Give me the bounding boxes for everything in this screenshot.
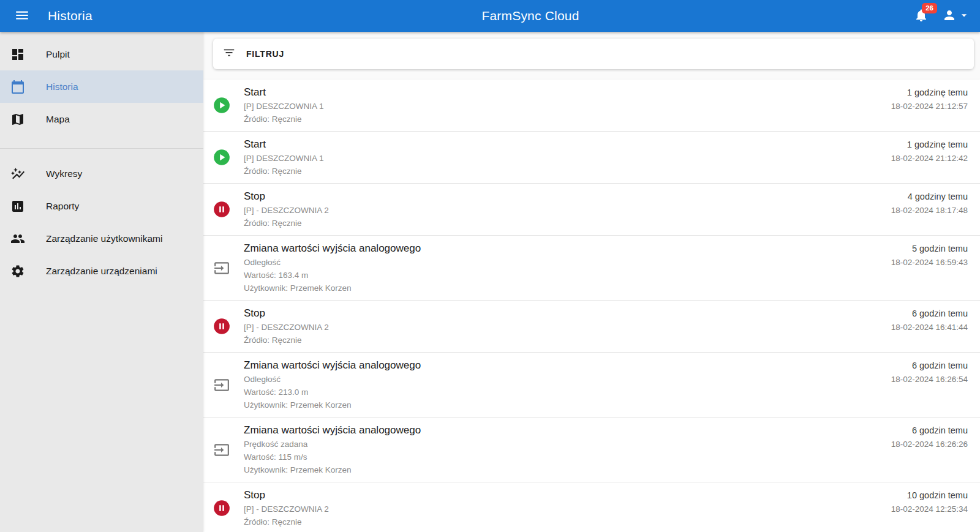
history-entry-start: Start [P] DESZCZOWNIA 1Źródło: Ręcznie 1… [203, 80, 980, 132]
entry-relative-time: 1 godzinę temu [891, 138, 968, 152]
menu-button[interactable] [10, 4, 34, 28]
pause-circle-icon [213, 201, 230, 218]
map-icon [10, 112, 25, 127]
entry-relative-time: 6 godzin temu [891, 307, 968, 321]
sidebar-item-label: Historia [46, 81, 78, 92]
sidebar-item-wykresy[interactable]: Wykresy [0, 157, 203, 190]
entry-detail: Źródło: Ręcznie [244, 217, 891, 230]
entry-detail: Odległość [244, 256, 891, 269]
entry-title: Stop [244, 189, 891, 204]
dashboard-icon [10, 47, 25, 62]
entry-detail: [P] - DESZCZOWNIA 2 [244, 321, 891, 334]
entry-timestamp: 18-02-2024 16:41:44 [891, 321, 968, 334]
entry-detail: Użytkownik: Przemek Korzen [244, 282, 891, 294]
entry-detail: Źródło: Ręcznie [244, 334, 891, 347]
sidebar-item-label: Zarządzanie użytkownikami [46, 233, 162, 244]
entry-timestamp: 18-02-2024 18:17:48 [891, 204, 968, 217]
input-icon [213, 260, 230, 276]
sidebar-item-zarz-dzanie-u-ytkownikami[interactable]: Zarządzanie użytkownikami [0, 222, 203, 255]
sidebar-item-zarz-dzanie-urz-dzeniami[interactable]: Zarządzanie urządzeniami [0, 255, 203, 287]
entry-title: Start [244, 137, 891, 152]
entry-timestamp: 18-02-2024 16:26:54 [891, 373, 968, 386]
sidebar-item-label: Zarządzanie urządzeniami [46, 266, 157, 277]
history-entry-analog-output: Zmiana wartości wyjścia analogowego Pręd… [203, 418, 980, 482]
entry-timestamp: 18-02-2024 16:59:43 [891, 256, 968, 269]
history-list: Start [P] DESZCZOWNIA 1Źródło: Ręcznie 1… [203, 80, 980, 532]
history-entry-start: Start [P] DESZCZOWNIA 1Źródło: Ręcznie 1… [203, 132, 980, 184]
page-title: Historia [48, 9, 92, 23]
entry-timestamp: 18-02-2024 21:12:42 [891, 152, 968, 165]
entry-title: Zmiana wartości wyjścia analogowego [244, 358, 891, 373]
entry-timestamp: 18-02-2024 16:26:26 [891, 438, 968, 451]
sidebar-item-raporty[interactable]: Raporty [0, 190, 203, 222]
sidebar-item-label: Raporty [46, 201, 79, 212]
pause-circle-icon [213, 318, 230, 335]
history-entry-analog-output: Zmiana wartości wyjścia analogowego Odle… [203, 236, 980, 301]
entry-relative-time: 6 godzin temu [891, 359, 968, 373]
entry-title: Stop [244, 488, 891, 503]
entry-relative-time: 6 godzin temu [891, 424, 968, 438]
entry-title: Zmiana wartości wyjścia analogowego [244, 241, 891, 256]
entry-relative-time: 5 godzin temu [891, 242, 968, 256]
entry-relative-time: 10 godzin temu [891, 489, 968, 503]
entry-title: Start [244, 85, 891, 100]
user-menu-button[interactable] [941, 4, 971, 28]
sidebar-item-pulpit[interactable]: Pulpit [0, 38, 203, 70]
entry-detail: Wartość: 213.0 m [244, 386, 891, 399]
history-entry-stop: Stop [P] - DESZCZOWNIA 2Źródło: Ręcznie … [203, 482, 980, 532]
sidebar-item-historia[interactable]: Historia [0, 70, 203, 103]
sidebar-item-label: Wykresy [46, 168, 82, 179]
filter-icon [222, 46, 236, 62]
input-icon [213, 442, 230, 458]
person-icon [942, 8, 957, 24]
notifications-badge: 26 [922, 3, 937, 13]
entry-detail: Źródło: Ręcznie [244, 165, 891, 178]
history-entry-stop: Stop [P] - DESZCZOWNIA 2Źródło: Ręcznie … [203, 184, 980, 236]
main-content: FILTRUJ Start [P] DESZCZOWNIA 1Źródło: R… [203, 32, 980, 532]
sidebar-nav: Pulpit Historia Mapa Wykresy Raporty Zar… [0, 32, 203, 532]
entry-timestamp: 18-02-2024 12:25:34 [891, 503, 968, 515]
entry-timestamp: 18-02-2024 21:12:57 [891, 100, 968, 113]
entry-relative-time: 1 godzinę temu [891, 86, 968, 100]
appbar-actions: 26 [909, 0, 971, 32]
entry-detail: [P] DESZCZOWNIA 1 [244, 152, 891, 165]
entry-detail: [P] - DESZCZOWNIA 2 [244, 503, 891, 515]
report-icon [10, 199, 25, 214]
play-circle-icon [213, 97, 230, 114]
filter-label: FILTRUJ [246, 49, 284, 59]
input-icon [213, 377, 230, 393]
entry-detail: Wartość: 163.4 m [244, 269, 891, 282]
entry-detail: Źródło: Ręcznie [244, 113, 891, 126]
entry-relative-time: 4 godziny temu [891, 190, 968, 204]
entry-detail: [P] - DESZCZOWNIA 2 [244, 204, 891, 217]
sidebar-item-label: Mapa [46, 114, 70, 125]
pause-circle-icon [213, 500, 230, 517]
filter-button[interactable]: FILTRUJ [213, 39, 974, 69]
entry-title: Stop [244, 306, 891, 321]
history-entry-analog-output: Zmiana wartości wyjścia analogowego Odle… [203, 353, 980, 418]
entry-detail: Źródło: Ręcznie [244, 515, 891, 528]
hamburger-icon [14, 7, 30, 25]
sidebar-divider [0, 148, 203, 149]
entry-detail: [P] DESZCZOWNIA 1 [244, 100, 891, 113]
play-circle-icon [213, 149, 230, 166]
app-bar: Historia FarmSync Cloud 26 [0, 0, 980, 32]
chevron-down-icon [958, 9, 970, 23]
notifications-button[interactable]: 26 [909, 4, 933, 28]
entry-detail: Odległość [244, 373, 891, 386]
entry-detail: Prędkość zadana [244, 438, 891, 451]
entry-detail: Wartość: 115 m/s [244, 451, 891, 463]
entry-title: Zmiana wartości wyjścia analogowego [244, 423, 891, 438]
entry-detail: Użytkownik: Przemek Korzen [244, 399, 891, 411]
sidebar-item-mapa[interactable]: Mapa [0, 103, 203, 135]
users-icon [10, 231, 25, 246]
sidebar-item-label: Pulpit [46, 49, 70, 60]
chart-icon [10, 167, 25, 181]
history-entry-stop: Stop [P] - DESZCZOWNIA 2Źródło: Ręcznie … [203, 301, 980, 353]
entry-detail: Użytkownik: Przemek Korzen [244, 463, 891, 476]
app-title: FarmSync Cloud [481, 9, 579, 23]
calendar-icon [10, 80, 25, 94]
settings-icon [10, 264, 25, 279]
